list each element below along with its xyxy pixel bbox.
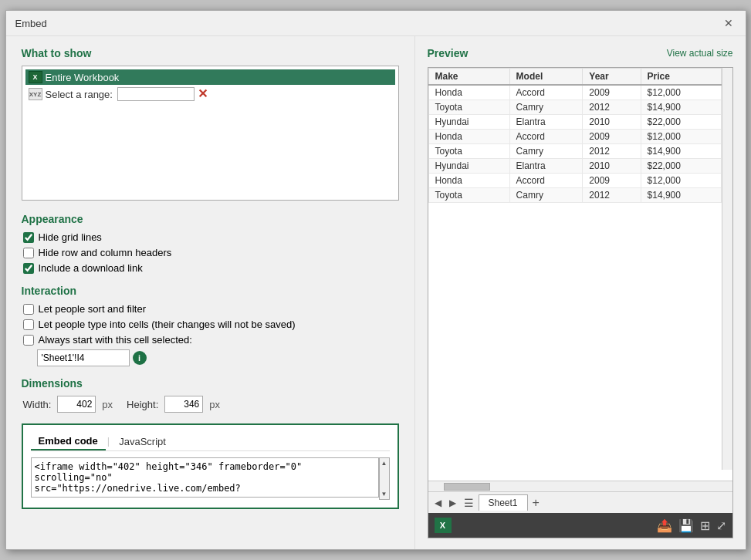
cell-value-input[interactable] <box>37 349 130 366</box>
hide-row-col-label: Hide row and column headers <box>39 247 172 258</box>
javascript-tab[interactable]: JavaScript <box>111 433 174 450</box>
table-cell: 2012 <box>583 144 641 159</box>
width-unit: px <box>102 399 113 410</box>
table-cell: 2012 <box>583 100 641 115</box>
type-cells-checkbox[interactable] <box>23 319 34 330</box>
interaction-title: Interaction <box>22 285 399 297</box>
entire-workbook-label: Entire Workbook <box>46 72 120 83</box>
embed-dialog: Embed ✕ What to show X Entire Workbook X… <box>5 10 746 550</box>
table-cell: $14,900 <box>641 188 721 203</box>
table-cell: Toyota <box>428 188 509 203</box>
h-scrollbar-thumb[interactable] <box>444 483 490 491</box>
excel-icon: X <box>29 71 42 83</box>
width-label: Width: <box>23 399 52 410</box>
preview-horizontal-scrollbar[interactable] <box>428 481 732 491</box>
start-cell-label: Always start with this cell selected: <box>39 334 192 346</box>
select-range-label: Select a range: <box>46 89 113 100</box>
type-cells-label: Let people type into cells (their change… <box>39 319 296 330</box>
table-cell: Toyota <box>428 100 509 115</box>
embed-code-textarea[interactable] <box>31 457 379 498</box>
close-button[interactable]: ✕ <box>721 17 736 29</box>
table-cell: 2009 <box>583 85 641 100</box>
right-panel: Preview View actual size Make Model Year… <box>415 36 746 549</box>
sort-filter-row: Let people sort and filter <box>22 303 399 315</box>
table-row: ToyotaCamry2012$14,900 <box>428 144 721 159</box>
hide-grid-lines-checkbox[interactable] <box>23 232 34 243</box>
table-header-row: Make Model Year Price <box>428 69 721 86</box>
height-unit: px <box>209 399 220 410</box>
toolbar-save-icon[interactable]: 💾 <box>678 518 694 533</box>
include-download-checkbox[interactable] <box>23 263 34 274</box>
table-cell: Hyundai <box>428 159 509 174</box>
toolbar-grid-icon[interactable]: ⊞ <box>700 518 710 533</box>
embed-scrollbar[interactable]: ▲ ▼ <box>379 457 390 500</box>
table-cell: Accord <box>509 174 583 188</box>
table-row: ToyotaCamry2012$14,900 <box>428 100 721 115</box>
include-download-row: Include a download link <box>22 262 399 274</box>
dimensions-title: Dimensions <box>22 377 399 390</box>
title-bar: Embed ✕ <box>6 11 746 36</box>
preview-vertical-scrollbar[interactable] <box>722 68 732 470</box>
sort-filter-checkbox[interactable] <box>23 304 34 315</box>
height-input[interactable] <box>164 396 203 413</box>
table-cell: $22,000 <box>641 115 721 130</box>
hide-row-col-row: Hide row and column headers <box>22 247 399 258</box>
table-cell: Honda <box>428 174 509 188</box>
table-cell: 2012 <box>583 188 641 203</box>
table-cell: $22,000 <box>641 159 721 174</box>
table-cell: Elantra <box>509 159 583 174</box>
sheet-nav-prev[interactable]: ◀ <box>431 496 445 510</box>
toolbar-excel-icon: X <box>435 518 452 533</box>
table-cell: $12,000 <box>641 130 721 144</box>
embed-textarea-wrapper: ▲ ▼ <box>31 457 390 500</box>
toolbar-expand-icon[interactable]: ⤢ <box>716 518 726 533</box>
embed-code-tab[interactable]: Embed code <box>31 433 106 450</box>
sheet-tab-bar: ◀ ▶ ☰ Sheet1 + <box>428 491 732 513</box>
table-cell: 2009 <box>583 174 641 188</box>
preview-scroll-area: Make Model Year Price HondaAccord2009$12… <box>428 68 732 481</box>
add-sheet-button[interactable]: + <box>529 496 543 510</box>
type-cells-row: Let people type into cells (their change… <box>22 319 399 330</box>
preview-header: Preview View actual size <box>428 47 733 59</box>
sheet-tab-sheet1[interactable]: Sheet1 <box>479 494 528 511</box>
what-to-show-box[interactable]: X Entire Workbook XYZ Select a range: ✕ <box>22 66 399 201</box>
appearance-section: Appearance Hide grid lines Hide row and … <box>22 213 399 274</box>
table-row: HondaAccord2009$12,000 <box>428 174 721 188</box>
hide-row-col-checkbox[interactable] <box>23 248 34 258</box>
table-row: HondaAccord2009$12,000 <box>428 85 721 100</box>
table-cell: Accord <box>509 85 583 100</box>
table-row: ToyotaCamry2012$14,900 <box>428 188 721 203</box>
scroll-up-arrow[interactable]: ▲ <box>380 458 389 468</box>
scroll-down-arrow[interactable]: ▼ <box>380 489 389 499</box>
info-icon[interactable]: i <box>133 351 147 365</box>
table-cell: 2009 <box>583 130 641 144</box>
table-cell: 2010 <box>583 159 641 174</box>
table-cell: Camry <box>509 144 583 159</box>
range-input[interactable] <box>117 87 195 101</box>
dialog-title: Embed <box>15 18 47 29</box>
tab-separator: | <box>106 433 111 450</box>
table-cell: Accord <box>509 130 583 144</box>
table-cell: $14,900 <box>641 144 721 159</box>
range-icon: XYZ <box>29 88 42 100</box>
bottom-toolbar: X 📤 💾 ⊞ ⤢ <box>428 513 732 538</box>
table-cell: Honda <box>428 130 509 144</box>
start-cell-checkbox[interactable] <box>23 335 34 346</box>
dimensions-section: Dimensions Width: px Height: px <box>22 377 399 413</box>
embed-tabs: Embed code | JavaScript <box>31 433 390 451</box>
entire-workbook-row[interactable]: X Entire Workbook <box>25 69 395 85</box>
range-clear-button[interactable]: ✕ <box>198 88 208 100</box>
table-cell: Toyota <box>428 144 509 159</box>
table-cell: Camry <box>509 100 583 115</box>
table-cell: 2010 <box>583 115 641 130</box>
sheet-nav-next[interactable]: ▶ <box>446 496 459 510</box>
width-input[interactable] <box>57 396 96 413</box>
toolbar-share-icon[interactable]: 📤 <box>657 518 672 533</box>
embed-code-section: Embed code | JavaScript ▲ ▼ <box>22 423 399 509</box>
table-cell: $12,000 <box>641 174 721 188</box>
sheet-menu-icon[interactable]: ☰ <box>461 497 477 509</box>
view-actual-size-link[interactable]: View actual size <box>667 48 733 59</box>
dimensions-row: Width: px Height: px <box>22 396 399 413</box>
hide-grid-lines-row: Hide grid lines <box>22 231 399 243</box>
left-panel: What to show X Entire Workbook XYZ Selec… <box>6 36 415 549</box>
